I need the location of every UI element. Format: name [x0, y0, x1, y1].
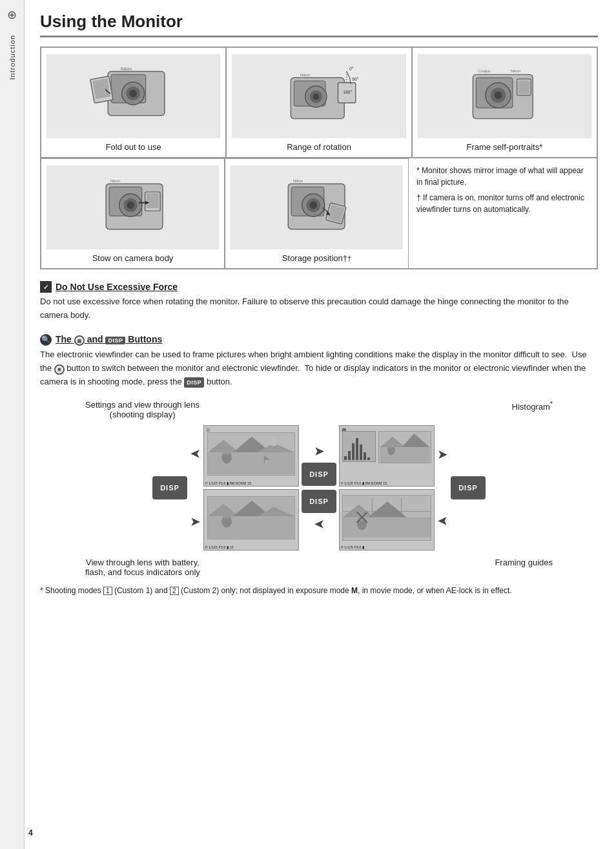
svg-text:Nikon: Nikon [110, 179, 120, 183]
svg-rect-34 [147, 193, 159, 208]
section1-title: Do Not Use Excessive Force [56, 282, 178, 292]
storage-image: Nikon [231, 165, 403, 249]
svg-text:180°: 180° [343, 89, 352, 94]
main-content: Using the Monitor N [25, 0, 616, 615]
arrow-right-top: ➤ [314, 443, 325, 459]
section2-body: The electronic viewfinder can be used to… [40, 348, 598, 388]
svg-rect-66 [364, 452, 366, 460]
section1-header: ✓ Do Not Use Excessive Force [40, 281, 598, 293]
svg-rect-55 [208, 517, 294, 539]
note-mirror: * Monitor shows mirror image of what wil… [416, 165, 589, 188]
svg-rect-68 [380, 447, 430, 463]
scene-top [207, 432, 295, 476]
svg-text:90°: 90° [352, 77, 359, 81]
left-screens: ⊙ [203, 425, 299, 550]
storage-caption: Storage position†† [282, 253, 351, 263]
arrow-up-left: ➤ [190, 446, 201, 462]
sidebar-icon: ⊕ [7, 8, 17, 22]
stow-caption: Stow on camera body [92, 253, 174, 263]
sidebar: ⊕ Introduction [0, 0, 25, 849]
svg-rect-77 [343, 518, 431, 538]
fold-out-caption: Fold out to use [106, 142, 161, 152]
image-cell-fold-out: Nikon Fold out to use [41, 47, 226, 158]
svg-point-54 [223, 448, 231, 456]
disp-button-center-bottom[interactable]: DISP [302, 490, 336, 513]
bottom-image-grid: Nikon Stow on camera body [40, 158, 598, 269]
svg-rect-63 [352, 443, 354, 460]
svg-rect-65 [360, 445, 362, 460]
svg-rect-64 [356, 438, 358, 460]
svg-point-32 [127, 201, 135, 209]
page-number: 4 [28, 828, 33, 837]
note-viewfinder: † If camera is on, monitor turns off and… [416, 192, 589, 215]
svg-text:0°: 0° [349, 66, 354, 70]
framing-scene [342, 495, 431, 541]
svg-text:Nikon: Nikon [300, 73, 310, 77]
range-image: 0° 90° 180° Nikon [232, 54, 406, 138]
svg-text:Nikon: Nikon [511, 69, 520, 73]
top-image-grid: Nikon Fold out to use [40, 47, 598, 158]
notes-cell: * Monitor shows mirror image of what wil… [409, 158, 597, 269]
svg-text:Nikon: Nikon [121, 66, 132, 70]
screen-histogram: ▦ [339, 425, 435, 487]
arrow-left-bottom: ➤ [314, 517, 325, 532]
stow-image: Nikon [46, 165, 219, 249]
svg-text:Coolpix: Coolpix [478, 69, 491, 73]
diagram-label-top-left: Settings and view through lens(shooting … [85, 400, 200, 419]
svg-text:Nikon: Nikon [293, 179, 303, 183]
image-cell-stow: Nikon Stow on camera body [41, 158, 225, 269]
screen-info-bottom: P 1/125 F3.6 ▮ 15 [205, 545, 234, 549]
svg-point-50 [269, 436, 279, 446]
svg-marker-79 [368, 501, 406, 518]
range-caption: Range of rotation [287, 142, 351, 152]
custom2-badge: 2 [170, 587, 179, 595]
center-disp-column: ➤ DISP DISP ➤ [302, 443, 336, 532]
svg-marker-70 [402, 434, 429, 447]
svg-point-60 [223, 512, 231, 519]
svg-rect-46 [208, 453, 294, 475]
screen-indicators: P 1/125 F3.6 ▮ 15 [203, 489, 299, 550]
hist-info: P 1/125 F3.6 ▮ 8M NORM 15 [341, 481, 387, 485]
arrow-down-right: ➤ [437, 514, 448, 529]
disp-btn-inline: DISP [184, 377, 204, 388]
diagram-label-top-right: Histogram* [512, 400, 553, 419]
section2-header: 🔍 The ▣ and DISP Buttons [40, 334, 598, 346]
frame-caption: Frame self-portraits* [466, 142, 542, 152]
section2-title: The ▣ and DISP Buttons [56, 334, 162, 346]
diagram-section: Settings and view through lens(shooting … [40, 400, 598, 577]
search-icon: 🔍 [40, 334, 52, 346]
right-screens: ▦ [339, 425, 435, 550]
arrow-up-right: ➤ [437, 446, 448, 462]
disp-button-right[interactable]: DISP [451, 476, 486, 499]
histogram-area [342, 431, 376, 462]
svg-rect-62 [348, 451, 351, 460]
svg-point-4 [130, 89, 138, 97]
monitor-btn-inline: ▣ [54, 364, 65, 375]
image-cell-range: 0° 90° 180° Nikon Range of rotation [226, 47, 411, 158]
svg-rect-6 [93, 78, 111, 99]
svg-rect-25 [518, 80, 530, 94]
image-cell-storage: Nikon Storage position†† [225, 158, 409, 269]
disp-button-left[interactable]: DISP [152, 476, 187, 499]
section1-body: Do not use excessive force when rotating… [40, 295, 598, 322]
framing-info: P 1/125 F3.6 ▮ [341, 545, 364, 549]
screen-info-top: P 1/125 F3.6 ▮ 8M NORM 15 [205, 481, 251, 485]
svg-point-23 [495, 91, 502, 99]
diagram-label-bottom-right: Framing guides [495, 558, 553, 577]
screen-shooting: ⊙ [203, 425, 299, 487]
scene-bottom [207, 496, 295, 540]
page-title: Using the Monitor [40, 12, 598, 37]
footer-note: * Shooting modes 1 (Custom 1) and 2 (Cus… [40, 585, 598, 597]
arrow-down-left: ➤ [190, 514, 201, 529]
fold-out-image: Nikon [46, 54, 220, 138]
svg-rect-67 [367, 457, 370, 460]
disp-button-center-top[interactable]: DISP [302, 463, 336, 486]
hist-scene [378, 431, 431, 463]
custom1-badge: 1 [103, 587, 112, 595]
mode-m: M [351, 586, 358, 595]
warning-icon: ✓ [40, 281, 52, 293]
screen-framing: P 1/125 F3.6 ▮ [339, 489, 435, 550]
sidebar-label: Introduction [8, 35, 16, 79]
diagram-label-bottom-left: View through lens with battery,flash, an… [85, 558, 200, 577]
svg-rect-61 [344, 456, 347, 460]
